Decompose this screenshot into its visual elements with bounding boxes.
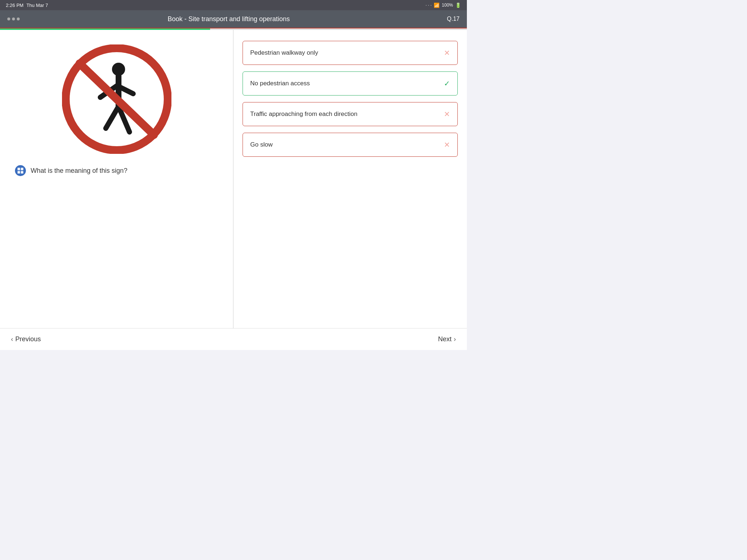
signal-dots: · · · — [426, 3, 432, 8]
answer-text-a: Pedestrian walkway only — [250, 49, 318, 57]
next-button[interactable]: Next › — [438, 335, 456, 343]
dot-2 — [12, 18, 15, 20]
previous-label: Previous — [15, 335, 41, 343]
question-row: What is the meaning of this sign? — [11, 165, 222, 176]
wrong-icon-c: ✕ — [444, 110, 450, 118]
no-pedestrian-sign — [62, 44, 171, 154]
status-day: Thu Mar 7 — [26, 3, 48, 8]
status-bar-left: 2:26 PM Thu Mar 7 — [6, 3, 48, 8]
answer-option-a[interactable]: Pedestrian walkway only ✕ — [243, 41, 458, 65]
svg-rect-11 — [18, 168, 20, 170]
answer-text-b: No pedestrian access — [250, 80, 310, 87]
answer-option-d[interactable]: Go slow ✕ — [243, 133, 458, 157]
sign-image — [62, 44, 171, 154]
svg-rect-13 — [18, 171, 20, 174]
svg-rect-14 — [21, 171, 23, 174]
main-content: What is the meaning of this sign? Pedest… — [0, 30, 467, 328]
chevron-left-icon: ‹ — [11, 335, 13, 343]
right-panel: Pedestrian walkway only ✕ No pedestrian … — [233, 30, 467, 328]
header: Book - Site transport and lifting operat… — [0, 10, 467, 28]
question-icon — [15, 165, 26, 176]
wrong-icon-d: ✕ — [444, 140, 450, 149]
question-number: Q.17 — [438, 16, 460, 22]
previous-button[interactable]: ‹ Previous — [11, 335, 41, 343]
wrong-icon-a: ✕ — [444, 48, 450, 57]
next-label: Next — [438, 335, 452, 343]
left-panel: What is the meaning of this sign? — [0, 30, 233, 328]
answer-option-b[interactable]: No pedestrian access ✓ — [243, 71, 458, 96]
wifi-icon: 📶 — [434, 3, 440, 8]
svg-point-10 — [15, 165, 26, 176]
answer-text-c: Traffic approaching from each direction — [250, 110, 357, 118]
status-time: 2:26 PM — [6, 3, 23, 8]
answer-option-c[interactable]: Traffic approaching from each direction … — [243, 102, 458, 126]
answer-text-d: Go slow — [250, 141, 272, 148]
svg-rect-12 — [21, 168, 23, 170]
question-text: What is the meaning of this sign? — [31, 167, 127, 175]
correct-icon-b: ✓ — [444, 79, 450, 88]
dot-3 — [17, 18, 20, 20]
bottom-bar: ‹ Previous Next › — [0, 328, 467, 350]
status-bar-right: · · · 📶 100% 🔋 — [426, 3, 461, 8]
dot-1 — [7, 18, 10, 20]
battery-percent: 100% — [442, 3, 453, 8]
status-bar: 2:26 PM Thu Mar 7 · · · 📶 100% 🔋 — [0, 0, 467, 10]
header-dots-menu[interactable] — [7, 18, 20, 20]
battery-icon: 🔋 — [455, 3, 461, 8]
chevron-right-icon: › — [454, 335, 456, 343]
header-title: Book - Site transport and lifting operat… — [20, 15, 438, 23]
